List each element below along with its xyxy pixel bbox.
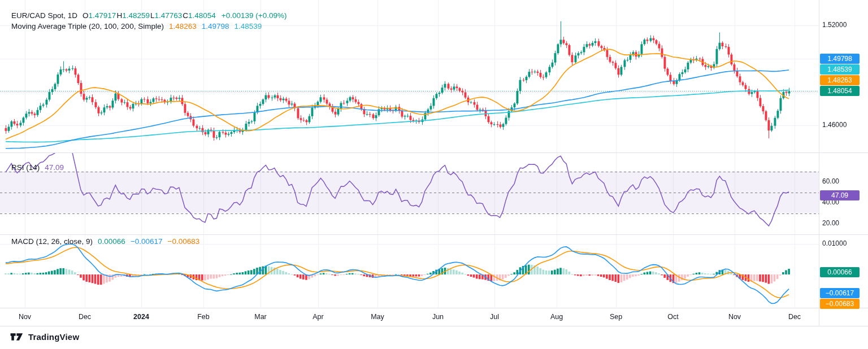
ohlc-pair: H1.48259 <box>116 11 150 20</box>
change-value: +0.00139 (+0.09%) <box>222 11 287 20</box>
time-label: Apr <box>313 313 323 321</box>
time-label: Nov <box>728 313 741 321</box>
ohlc-pair: L1.47763 <box>150 11 182 20</box>
ma200-price-badge: 1.48539 <box>820 64 860 75</box>
macd-histogram-badge: 0.00066 <box>820 267 860 277</box>
macd-line-value: −0.00617 <box>131 237 163 246</box>
macd-signal-value: −0.00683 <box>168 237 200 246</box>
macd-axis-label: 0.01000 <box>822 239 847 247</box>
time-label: 2024 <box>133 313 149 321</box>
rsi-value: 47.09 <box>45 163 64 172</box>
rsi-value-badge: 47.09 <box>820 190 860 200</box>
tradingview-logo-icon <box>10 333 24 341</box>
tradingview-logo[interactable]: TradingView <box>10 332 79 342</box>
time-label: Dec <box>79 313 91 321</box>
time-label: Mar <box>254 313 267 321</box>
time-label: Feb <box>197 313 210 321</box>
time-label: Nov <box>19 313 31 321</box>
brand-text: TradingView <box>28 332 79 342</box>
rsi-axis-label: 60.00 <box>822 177 839 185</box>
macd-histogram-value: 0.00066 <box>98 237 125 246</box>
ma20-price-badge: 1.48263 <box>820 75 860 85</box>
price-axis-label: 1.52000 <box>822 21 847 29</box>
last-price-badge: 1.48054 <box>820 86 860 96</box>
ohlc-pair: C1.48054 <box>183 11 216 20</box>
rsi-title: RSI (14) <box>11 163 40 172</box>
ohlc-values: O1.47917H1.48259L1.47763C1.48054 <box>83 11 216 20</box>
ma20-value: 1.48263 <box>169 22 197 30</box>
time-label: May <box>371 313 384 321</box>
time-label: Dec <box>788 313 801 321</box>
time-label: Jun <box>432 313 444 321</box>
macd-line-badge: −0.00617 <box>820 288 860 298</box>
time-label: Aug <box>550 313 563 321</box>
macd-title: MACD (12, 26, close, 9) <box>11 237 93 246</box>
symbol-legend[interactable]: EUR/CAD Spot, 1D O1.47917H1.48259L1.4776… <box>11 11 287 20</box>
ma200-value: 1.48539 <box>235 22 262 30</box>
price-axis-label: 1.46000 <box>822 121 847 129</box>
ma-title: Moving Average Triple (20, 100, 200, Sim… <box>11 22 164 30</box>
macd-signal-badge: −0.00683 <box>820 299 860 309</box>
time-label: Oct <box>667 313 678 321</box>
macd-legend[interactable]: MACD (12, 26, close, 9) 0.00066 −0.00617… <box>11 237 199 246</box>
time-label: Jul <box>490 313 499 321</box>
ohlc-pair: O1.47917 <box>83 11 116 20</box>
ma100-value: 1.49798 <box>202 22 229 30</box>
time-label: Sep <box>610 313 622 321</box>
rsi-legend[interactable]: RSI (14) 47.09 <box>11 163 64 172</box>
time-axis[interactable]: NovDec2024FebMarAprMayJunJulAugSepOctNov… <box>0 0 868 349</box>
rsi-axis-label: 20.00 <box>822 219 839 227</box>
symbol-title: EUR/CAD Spot, 1D <box>11 11 77 20</box>
ma100-price-badge: 1.49798 <box>820 54 860 64</box>
ma-legend[interactable]: Moving Average Triple (20, 100, 200, Sim… <box>11 22 262 30</box>
